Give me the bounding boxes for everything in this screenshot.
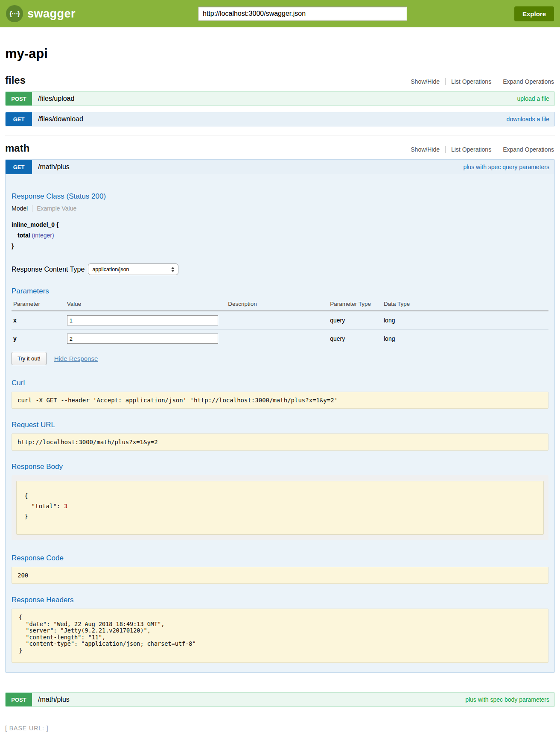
response-body-value: { "total": 3 } [16,481,544,535]
parameter-y-input[interactable] [67,334,219,344]
method-badge-post: POST [6,92,32,105]
base-url-footer: [ BASE URL: ] [0,725,560,732]
swagger-url-input[interactable] [198,6,407,21]
endpoint-path-link[interactable]: /files/download [32,112,507,126]
list-operations-link[interactable]: List Operations [445,78,497,85]
response-class-title: Response Class (Status 200) [12,192,548,201]
response-body-container: { "total": 3 } [12,475,548,540]
topbar-center [76,6,514,21]
section-header-math: math Show/Hide List Operations Expand Op… [5,142,555,154]
model-property-type: (integer) [32,232,54,239]
parameter-description [226,311,328,330]
response-content-type-row: Response Content Type application/json [12,264,548,275]
endpoint-path-link[interactable]: /files/upload [32,92,517,105]
parameters-title: Parameters [12,287,548,296]
endpoint-summary-link[interactable]: upload a file [517,92,554,105]
swagger-logo-text: swagger [27,7,76,20]
curl-command: curl -X GET --header 'Accept: applicatio… [12,392,548,409]
parameter-description [226,330,328,348]
page-title: my-api [5,46,555,62]
response-body-text: } [24,513,28,520]
method-badge-get: GET [6,160,32,174]
endpoint-row-get-math-plus: GET /math/plus plus with spec query para… [6,160,554,174]
endpoint-summary-link[interactable]: downloads a file [507,112,554,126]
model-close-brace: } [12,241,548,252]
endpoint-panel-get-math-plus: GET /math/plus plus with spec query para… [5,159,555,673]
section-header-files: files Show/Hide List Operations Expand O… [5,74,555,86]
model-signature: inline_model_0 { total (integer) } [12,220,548,252]
swagger-logo-icon: {⋯} [6,5,23,22]
parameter-name: x [12,311,65,330]
response-headers-title: Response Headers [12,596,548,604]
section-title-files[interactable]: files [5,74,26,86]
section-controls-files: Show/Hide List Operations Expand Operati… [405,78,555,85]
section-title-math[interactable]: math [5,142,29,154]
tab-model[interactable]: Model [12,205,32,212]
parameter-type: query [328,330,382,348]
endpoint-summary-link[interactable]: plus with spec query parameters [463,160,554,174]
response-body-text: { "total": [24,492,64,510]
expand-operations-link[interactable]: Expand Operations [497,78,555,85]
show-hide-link[interactable]: Show/Hide [405,146,445,153]
request-url-value: http://localhost:3000/math/plus?x=1&y=2 [12,433,548,451]
response-headers-value: { "date": "Wed, 22 Aug 2018 18:49:13 GMT… [12,609,548,663]
try-it-out-button[interactable]: Try it out! [12,352,47,365]
response-body-title: Response Body [12,463,548,471]
list-operations-link[interactable]: List Operations [445,146,497,153]
response-content-type-label: Response Content Type [12,266,85,273]
model-property-name: total [18,232,30,239]
section-divider [5,135,555,135]
section-controls-math: Show/Hide List Operations Expand Operati… [405,146,555,153]
top-bar: {⋯} swagger Explore [0,0,560,27]
actions-row: Try it out! Hide Response [12,352,548,365]
curl-title: Curl [12,379,548,387]
request-url-title: Request URL [12,421,548,429]
parameters-header-row: Parameter Value Description Parameter Ty… [12,298,548,311]
response-content-type-select[interactable]: application/json [88,264,178,275]
parameter-row-y: y query long [12,330,548,348]
response-code-title: Response Code [12,554,548,562]
parameter-row-x: x query long [12,311,548,330]
operation-detail: Response Class (Status 200) Model Exampl… [6,180,554,672]
parameters-table: Parameter Value Description Parameter Ty… [12,298,548,348]
method-badge-post: POST [6,693,32,706]
model-tabs: Model Example Value [12,205,548,212]
column-header-parameter: Parameter [12,298,65,311]
column-header-parameter-type: Parameter Type [328,298,382,311]
parameter-name: y [12,330,65,348]
response-body-number: 3 [64,503,67,510]
hide-response-link[interactable]: Hide Response [54,355,98,362]
parameter-type: query [328,311,382,330]
show-hide-link[interactable]: Show/Hide [405,78,445,85]
method-badge-get: GET [6,112,32,126]
page-content: my-api files Show/Hide List Operations E… [0,46,560,707]
endpoint-summary-link[interactable]: plus with spec body parameters [465,693,554,706]
tab-example-value[interactable]: Example Value [32,205,76,212]
endpoint-row-post-files-upload: POST /files/upload upload a file [5,91,555,106]
endpoint-path-link[interactable]: /math/plus [32,160,463,174]
model-name: inline_model_0 { [12,220,548,230]
response-code-value: 200 [12,567,548,584]
parameter-x-input[interactable] [67,315,219,325]
column-header-description: Description [226,298,328,311]
endpoint-path-link[interactable]: /math/plus [32,693,465,706]
column-header-data-type: Data Type [382,298,548,311]
column-header-value: Value [65,298,226,311]
select-arrows-icon [171,267,175,272]
explore-button[interactable]: Explore [514,6,554,21]
parameter-data-type: long [382,311,548,330]
parameter-data-type: long [382,330,548,348]
expand-operations-link[interactable]: Expand Operations [497,146,555,153]
endpoint-row-get-files-download: GET /files/download downloads a file [5,112,555,126]
endpoint-row-post-math-plus: POST /math/plus plus with spec body para… [5,692,555,707]
swagger-logo-link[interactable]: {⋯} swagger [6,5,76,22]
response-content-type-value: application/json [92,266,129,272]
